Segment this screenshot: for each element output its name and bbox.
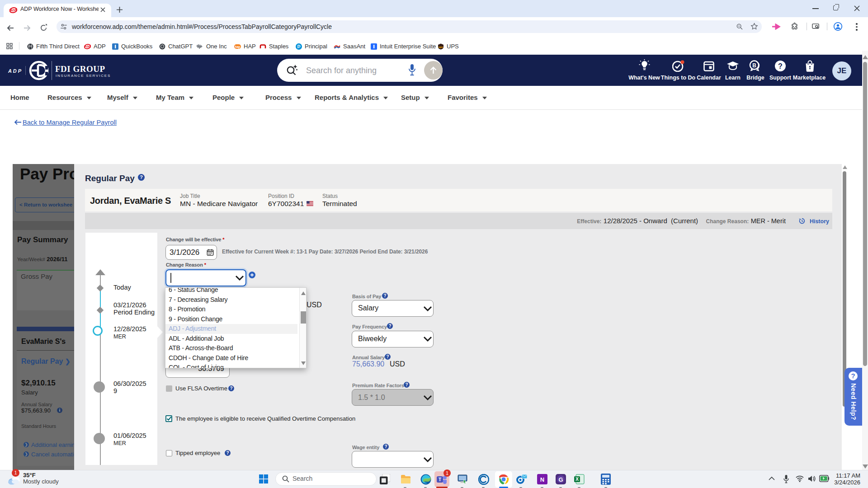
svg-text:ADP: ADP (9, 9, 17, 12)
svg-text:?: ? (778, 62, 783, 70)
svg-text:hap: hap (235, 45, 241, 49)
svg-text:ADP: ADP (8, 68, 22, 74)
svg-text:N: N (540, 476, 544, 483)
svg-text:B: B (752, 62, 756, 69)
svg-text:X: X (576, 477, 579, 482)
svg-text:ADP: ADP (84, 45, 91, 48)
svg-text:ups: ups (439, 45, 443, 48)
svg-text:T: T (439, 477, 441, 482)
svg-text:G: G (558, 476, 563, 483)
